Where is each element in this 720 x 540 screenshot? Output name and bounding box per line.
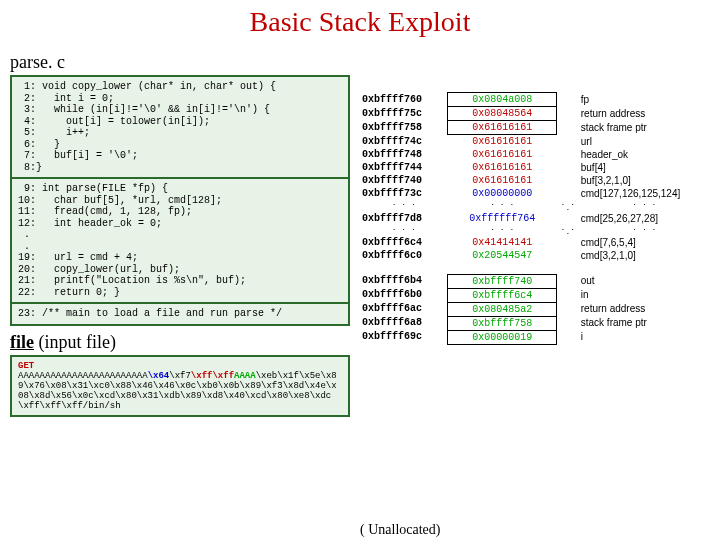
stack-table: 0xbffff7600x0804a008fp0xbffff75c0x080485… bbox=[360, 92, 710, 345]
stack-label: buf[3,2,1,0] bbox=[579, 174, 710, 187]
file-get: GET bbox=[18, 361, 342, 371]
file-label: file (input file) bbox=[10, 332, 350, 353]
stack-diagram: 0xbffff7600x0804a008fp0xbffff75c0x080485… bbox=[360, 92, 710, 345]
stack-addr: 0xbffff748 bbox=[360, 148, 448, 161]
unallocated-label: ( Unallocated) bbox=[360, 522, 440, 538]
left-column: parse. c 1: void copy_lower (char* in, c… bbox=[10, 52, 350, 417]
code-block-3: 23: /** main to load a file and run pars… bbox=[10, 304, 350, 326]
stack-addr: 0xbffff758 bbox=[360, 121, 448, 135]
stack-label: header_ok bbox=[579, 148, 710, 161]
stack-addr: 0xbffff75c bbox=[360, 107, 448, 121]
source-file-label: parse. c bbox=[10, 52, 350, 73]
stack-addr: 0xbffff760 bbox=[360, 93, 448, 107]
stack-label: i bbox=[579, 330, 710, 344]
stack-addr: 0xbffff6c4 bbox=[360, 236, 448, 249]
stack-val: 0x61616161 bbox=[448, 135, 557, 149]
stack-val: 0x080485a2 bbox=[448, 302, 557, 316]
stack-label: url bbox=[579, 135, 710, 149]
stack-label: return address bbox=[579, 107, 710, 121]
stack-val: 0x61616161 bbox=[448, 174, 557, 187]
stack-label: out bbox=[579, 274, 710, 288]
stack-addr: 0xbffff744 bbox=[360, 161, 448, 174]
stack-val: 0x08048564 bbox=[448, 107, 557, 121]
stack-val: 0x61616161 bbox=[448, 161, 557, 174]
stack-val: 0xbffff758 bbox=[448, 316, 557, 330]
stack-val: 0x0804a008 bbox=[448, 93, 557, 107]
stack-addr: 0xbffff74c bbox=[360, 135, 448, 149]
stack-val: 0xbffff6c4 bbox=[448, 288, 557, 302]
stack-label: buf[4] bbox=[579, 161, 710, 174]
stack-addr: 0xbffff740 bbox=[360, 174, 448, 187]
code-block-2: 9: int parse(FILE *fp) { 10: char buf[5]… bbox=[10, 179, 350, 304]
stack-addr: 0xbffff6c0 bbox=[360, 249, 448, 262]
stack-addr: 0xbffff6b0 bbox=[360, 288, 448, 302]
stack-val: 0x61616161 bbox=[448, 148, 557, 161]
stack-label: stack frame ptr bbox=[579, 316, 710, 330]
code-block-1: 1: void copy_lower (char* in, char* out)… bbox=[10, 75, 350, 179]
stack-label: in bbox=[579, 288, 710, 302]
stack-addr: 0xbffff6a8 bbox=[360, 316, 448, 330]
stack-label: cmd[3,2,1,0] bbox=[579, 249, 710, 262]
stack-val: 0xbffff740 bbox=[448, 274, 557, 288]
slide-title: Basic Stack Exploit bbox=[0, 6, 720, 38]
file-content: GET AAAAAAAAAAAAAAAAAAAAAAAA\x64\xf7\xff… bbox=[10, 355, 350, 417]
stack-val: 0x20544547 bbox=[448, 249, 557, 262]
stack-label: cmd[7,6,5,4] bbox=[579, 236, 710, 249]
stack-addr: 0xbffff6b4 bbox=[360, 274, 448, 288]
stack-val: 0x61616161 bbox=[448, 121, 557, 135]
stack-val: 0x00000019 bbox=[448, 330, 557, 344]
stack-addr: 0xbffff69c bbox=[360, 330, 448, 344]
stack-addr: 0xbffff6ac bbox=[360, 302, 448, 316]
stack-val: 0x41414141 bbox=[448, 236, 557, 249]
stack-label: stack frame ptr bbox=[579, 121, 710, 135]
stack-label: return address bbox=[579, 302, 710, 316]
stack-label: fp bbox=[579, 93, 710, 107]
